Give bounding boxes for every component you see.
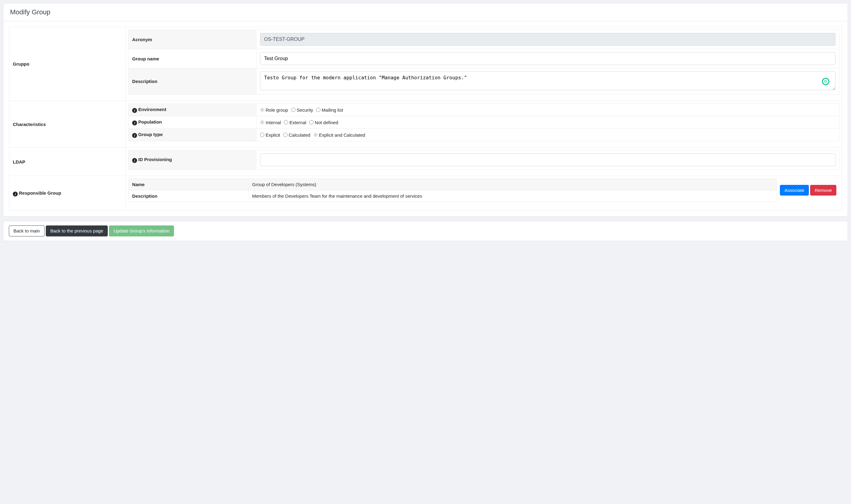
grouptype-label: iGroup type [128, 129, 256, 141]
description-label: Description [128, 68, 256, 94]
acronym-label: Acronym [128, 30, 256, 49]
resp-desc-value: Members of the Developers Team for the m… [248, 191, 777, 202]
radio-mailing-list[interactable] [316, 108, 320, 112]
environment-label: iEnvironment [128, 104, 256, 116]
environment-radio-group: Role group Security Mailing list [260, 107, 835, 112]
grouptype-radio-group: Explicit Calculated Explicit and Calcula… [260, 132, 835, 138]
section-ldap-label: LDAP [9, 148, 126, 176]
description-input[interactable]: Testo Group for the modern application "… [260, 71, 835, 90]
resp-name-value: Group of Developers (Systems) [248, 179, 777, 191]
associate-button[interactable]: Associate [780, 185, 809, 196]
back-to-main-button[interactable]: Back to main [9, 226, 45, 236]
modify-group-card: Modify Group Gruppo Acronym [3, 3, 848, 217]
info-icon: i [132, 158, 137, 163]
grammarly-icon: G [822, 78, 829, 85]
resp-name-label: Name [128, 179, 248, 191]
radio-internal [260, 120, 264, 125]
radio-external[interactable] [284, 120, 288, 125]
section-gruppo-label: Gruppo [9, 27, 126, 101]
radio-calculated[interactable] [283, 133, 287, 137]
section-characteristics-label: Characteristics [9, 101, 126, 148]
groupname-input[interactable] [260, 52, 835, 65]
idprov-input[interactable] [260, 154, 835, 166]
radio-not-defined[interactable] [309, 120, 314, 125]
radio-explicit[interactable] [260, 133, 264, 137]
radio-role-group [260, 108, 264, 112]
info-icon: i [13, 192, 18, 197]
resp-desc-label: Description [128, 191, 248, 202]
section-responsible-label: iResponsible Group [9, 176, 126, 211]
population-radio-group: Internal External Not defined [260, 120, 835, 125]
info-icon: i [132, 108, 137, 113]
responsible-table: Name Group of Developers (Systems) Descr… [128, 179, 777, 202]
remove-button[interactable]: Remove [810, 185, 836, 196]
footer-card: Back to main Back to the previous page U… [3, 221, 848, 241]
idprov-label: iID Provisioning [128, 150, 256, 169]
form-table: Gruppo Acronym Group name [9, 27, 842, 211]
radio-security[interactable] [291, 108, 296, 112]
acronym-input [260, 33, 835, 46]
back-to-previous-button[interactable]: Back to the previous page [46, 226, 108, 236]
page-title: Modify Group [3, 3, 848, 21]
radio-explicit-calculated [314, 133, 318, 137]
population-label: iPopulation [128, 116, 256, 129]
form-body: Gruppo Acronym Group name [3, 21, 848, 216]
info-icon: i [132, 121, 137, 125]
update-group-button[interactable]: Update Group's information [109, 226, 174, 236]
info-icon: i [132, 133, 137, 138]
groupname-label: Group name [128, 49, 256, 68]
